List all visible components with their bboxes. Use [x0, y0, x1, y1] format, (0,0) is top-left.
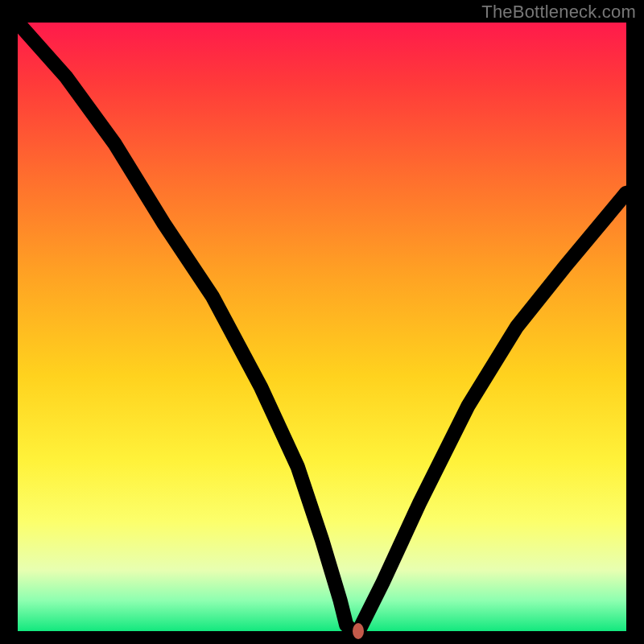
plot-area — [18, 23, 626, 631]
bottleneck-curve-path — [18, 23, 626, 631]
optimal-point-marker — [353, 623, 364, 639]
watermark-text: TheBottleneck.com — [481, 2, 636, 23]
chart-frame: TheBottleneck.com — [0, 0, 644, 644]
bottleneck-curve — [18, 23, 626, 631]
